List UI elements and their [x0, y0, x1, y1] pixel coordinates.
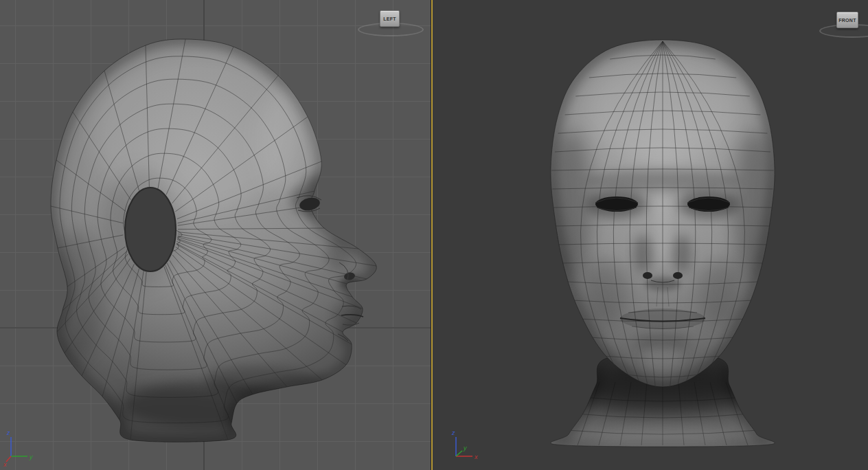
- world-axis-tripod: z x y: [448, 429, 482, 467]
- axis-x-line: [6, 456, 11, 462]
- right-nostril: [673, 272, 683, 279]
- axis-x-label: x: [474, 454, 478, 460]
- world-axis-tripod: z y x: [3, 429, 37, 467]
- viewcube-front-face-button[interactable]: FRONT: [836, 12, 858, 28]
- 3d-application-viewport-area: LEFT z y x: [0, 0, 868, 470]
- axis-z-label: z: [451, 429, 455, 436]
- axis-y-line: [456, 451, 462, 456]
- viewport-front-view[interactable]: FRONT z x y: [433, 0, 868, 470]
- viewcube-left-face-button[interactable]: LEFT: [380, 10, 400, 27]
- axis-y-label: y: [463, 445, 467, 451]
- profile-head-render: [0, 0, 431, 470]
- lips-area: [620, 309, 705, 329]
- axis-z-label: z: [6, 429, 10, 436]
- front-head-render: [433, 0, 868, 470]
- viewport-left-view[interactable]: LEFT z y x: [0, 0, 431, 470]
- right-eye: [687, 197, 730, 212]
- axis-x-label: x: [3, 461, 7, 467]
- left-nostril: [643, 272, 652, 279]
- ear-opening: [125, 188, 176, 271]
- left-eye: [595, 197, 638, 212]
- axis-y-label: y: [29, 454, 33, 460]
